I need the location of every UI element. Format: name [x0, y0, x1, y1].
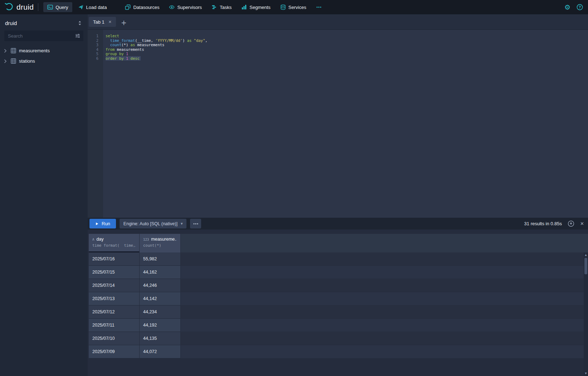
code-line: count(*) as measurements — [106, 43, 588, 47]
scroll-down-icon[interactable]: ▼ — [585, 371, 587, 376]
code-line: from measurements — [106, 47, 588, 52]
tree-item-measurements[interactable]: measurements — [0, 45, 88, 56]
engine-select-label: Engine: Auto [SQL (native)] — [123, 221, 178, 226]
code-line: group by 1 — [106, 52, 588, 56]
code-line-text: count(*) as measurements — [106, 43, 164, 47]
row-filler — [181, 279, 588, 292]
table-row: 2025/07/1655,982 — [89, 252, 588, 266]
brand[interactable]: druid — [0, 2, 37, 13]
tasks-icon — [212, 4, 217, 10]
sidebar-header: druid — [0, 14, 88, 30]
segments-icon — [241, 4, 247, 10]
services-icon — [280, 4, 286, 10]
nav-item-more[interactable] — [312, 2, 326, 12]
line-number: 6 — [88, 56, 98, 61]
table-cell[interactable]: 2025/07/12 — [89, 305, 140, 319]
code-line-text: from measurements — [106, 47, 144, 52]
table-cell[interactable]: 44,234 — [140, 305, 181, 319]
table-cell[interactable]: 44,246 — [140, 279, 181, 292]
nav-item-query[interactable]: Query — [43, 2, 72, 12]
line-number: 3 — [88, 43, 98, 47]
row-filler — [181, 345, 588, 358]
table-cell[interactable]: 44,162 — [140, 266, 181, 279]
table-cell[interactable]: 44,192 — [140, 319, 181, 332]
tree-item-label: measurements — [19, 48, 50, 53]
chevron-right-icon[interactable] — [4, 59, 8, 63]
double-caret-vertical-icon[interactable] — [78, 20, 82, 26]
table-cell[interactable]: 2025/07/10 — [89, 332, 140, 345]
scrollbar-thumb[interactable] — [584, 258, 587, 274]
tabs: Tab 1✕ — [89, 17, 116, 29]
table-cell[interactable]: 44,135 — [140, 332, 181, 345]
column-name: 123measureme… — [143, 237, 177, 242]
table-row: 2025/07/1544,162 — [89, 266, 588, 279]
nav-item-label: Load data — [86, 5, 107, 10]
run-toolbar-right: 31 results in 0.85s ✕ — [524, 220, 588, 227]
close-icon[interactable]: ✕ — [108, 20, 112, 24]
scroll-up-icon[interactable]: ▲ — [585, 252, 587, 257]
engine-select[interactable]: Engine: Auto [SQL (native)] ▾ — [120, 219, 187, 228]
table-cell[interactable]: 2025/07/16 — [89, 252, 140, 266]
divider — [38, 3, 38, 11]
table-row: 2025/07/1244,234 — [89, 305, 588, 319]
editor-code: select time_format(__time, 'YYYY/MM/dd')… — [103, 30, 588, 218]
table-icon — [11, 48, 16, 53]
nav-item-label: Datasources — [133, 5, 159, 10]
nav-item-datasources[interactable]: Datasources — [121, 2, 163, 12]
nav-item-load-data[interactable]: Load data — [74, 2, 111, 12]
table-row: 2025/07/1444,246 — [89, 279, 588, 292]
table-cell[interactable]: 44,142 — [140, 292, 181, 305]
filter-icon[interactable] — [75, 33, 81, 39]
svg-text:?: ? — [579, 5, 581, 9]
query-icon — [47, 4, 53, 10]
nav-item-segments[interactable]: Segments — [237, 2, 274, 12]
main-area: Tab 1✕ + 123456 select time_format(__tim… — [88, 14, 588, 376]
column-header-1[interactable]: 123measureme…count(*) — [140, 234, 181, 252]
code-line-text: select — [106, 34, 119, 38]
nav-item-tasks[interactable]: Tasks — [208, 2, 235, 12]
line-number: 1 — [88, 34, 98, 38]
topbar-right: ⚙ ? — [564, 3, 588, 11]
load-data-icon — [78, 4, 84, 10]
chevron-down-icon: ▾ — [181, 221, 183, 226]
search-box — [4, 30, 83, 41]
table-cell[interactable]: 55,982 — [140, 252, 181, 266]
column-header-0[interactable]: Adaytime_format(__time,… — [89, 234, 140, 252]
table-cell[interactable]: 2025/07/11 — [89, 319, 140, 332]
gear-icon[interactable]: ⚙ — [564, 3, 570, 11]
tab-tab-1[interactable]: Tab 1✕ — [89, 17, 116, 27]
sql-editor[interactable]: 123456 select time_format(__time, 'YYYY/… — [88, 30, 588, 218]
results-body: 2025/07/1655,9822025/07/1544,1622025/07/… — [89, 252, 588, 358]
nav-item-supervisors[interactable]: Supervisors — [165, 2, 206, 12]
column-expression: count(*) — [143, 243, 177, 247]
run-button[interactable]: Run — [89, 219, 116, 228]
line-number: 5 — [88, 52, 98, 56]
nav-item-label: Services — [288, 5, 306, 10]
table-cell[interactable]: 2025/07/15 — [89, 266, 140, 279]
query-more-button[interactable] — [190, 219, 201, 228]
column-name: Aday — [92, 237, 136, 242]
row-filler — [181, 319, 588, 332]
results-scrollbar[interactable]: ▲ ▼ — [584, 252, 588, 376]
table-row: 2025/07/1144,192 — [89, 319, 588, 332]
table-cell[interactable]: 44,072 — [140, 345, 181, 358]
close-results-icon[interactable]: ✕ — [580, 221, 584, 226]
chevron-right-icon[interactable] — [4, 49, 8, 53]
druid-logo-icon — [4, 2, 14, 13]
search-input[interactable] — [4, 33, 75, 39]
download-icon[interactable] — [568, 220, 574, 227]
table-row: 2025/07/0944,072 — [89, 345, 588, 358]
column-type-badge: A — [92, 238, 94, 241]
datasource-tree: measurementsstations — [0, 45, 88, 66]
tree-item-stations[interactable]: stations — [0, 56, 88, 66]
row-filler — [181, 292, 588, 305]
table-cell[interactable]: 2025/07/09 — [89, 345, 140, 358]
table-cell[interactable]: 2025/07/14 — [89, 279, 140, 292]
run-button-label: Run — [102, 221, 110, 226]
help-icon[interactable]: ? — [577, 4, 583, 10]
add-tab-button[interactable]: + — [121, 19, 127, 26]
code-line: select — [106, 34, 588, 38]
sidebar-title: druid — [5, 20, 17, 26]
nav-item-services[interactable]: Services — [276, 2, 310, 12]
table-cell[interactable]: 2025/07/13 — [89, 292, 140, 305]
